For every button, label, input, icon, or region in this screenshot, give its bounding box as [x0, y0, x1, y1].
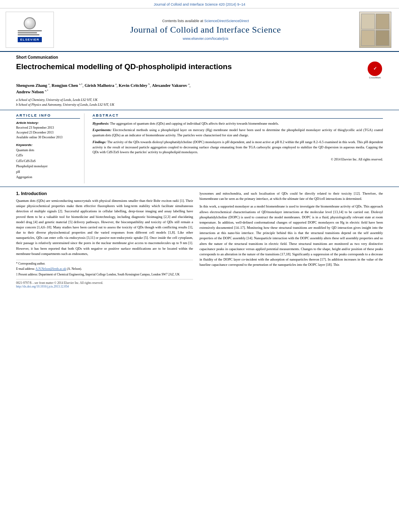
abstract-hypothesis: Hypothesis: The aggregation of quantum d…: [93, 121, 383, 126]
bottom-bar: 0021-9797/$ – see front matter © 2014 El…: [16, 279, 193, 290]
email-link[interactable]: A.N.Nelson@leeds.ac.uk: [35, 267, 66, 271]
abstract-experiments: Experiments: Electrochemical methods usi…: [93, 127, 383, 138]
history-label: Article history:: [16, 121, 80, 125]
bottom-copyright: 0021-9797/$ – see front matter © 2014 El…: [16, 281, 193, 285]
journal-citation: Journal of Colloid and Interface Science…: [0, 0, 399, 8]
journal-url[interactable]: www.elsevier.com/locate/jcis: [183, 37, 228, 41]
accepted-date: Accepted 23 December 2013: [16, 130, 80, 135]
author-nelson: Andrew Nelson: [16, 90, 44, 94]
experiments-text: Electrochemical methods using a phosphol…: [93, 128, 383, 137]
left-column: 1. Introduction Quantum dots (QDs) are s…: [16, 191, 193, 290]
affiliation-b: b School of Physics and Astronomy, Unive…: [16, 103, 383, 107]
history-section: Article history: Received 23 September 2…: [16, 121, 80, 140]
keyword-6: Aggregation: [16, 175, 80, 180]
sciencedirect-label[interactable]: ScienceDirect: [204, 19, 227, 23]
intro-p1: Quantum dots (QDs) are semiconducting na…: [16, 198, 193, 257]
findings-text: The activity of the QDs towards dioleoyl…: [93, 140, 383, 154]
keyword-3: CdTe/CdS/ZnS: [16, 158, 80, 164]
journal-cover: [357, 12, 393, 48]
journal-title-block: Contents lists available at ScienceDirec…: [58, 12, 353, 48]
keywords-section: Keywords: Quantum dots CdTe CdTe/CdS/ZnS…: [16, 143, 80, 181]
corresponding-label: * Corresponding author.: [16, 262, 45, 265]
footnote-1: 1 Present address: Department of Chemica…: [16, 273, 193, 277]
authors-section: Shengwen Zhang a, Rongjun Chen a,1, Giri…: [0, 80, 399, 97]
article-type: Short Communication: [0, 52, 399, 60]
received-date: Received 23 September 2013: [16, 125, 80, 130]
right-p1: lysosomes and mitochondria, and such loc…: [200, 191, 383, 201]
crossmark-badge[interactable]: ✓ CrossMark: [367, 62, 383, 78]
elsevier-label: ELSEVIER: [18, 37, 42, 42]
contents-text: Contents lists available at: [162, 19, 203, 23]
article-title: Electrochemical modelling of QD-phosphol…: [16, 62, 363, 72]
keywords-label: Keywords:: [16, 143, 80, 147]
main-content: 1. Introduction Quantum dots (QDs) are s…: [0, 187, 399, 294]
cover-image: [359, 12, 391, 48]
intro-heading: 1. Introduction: [16, 191, 193, 196]
abstract-text: Hypothesis: The aggregation of quantum d…: [93, 121, 383, 162]
keyword-1: Quantum dots: [16, 148, 80, 153]
right-column: lysosomes and mitochondria, and such loc…: [200, 191, 383, 290]
doi-link[interactable]: http://dx.doi.org/10.1016/j.jcis.2013.12…: [16, 285, 69, 288]
right-p2: In this work, a supported monolayer as a…: [200, 204, 383, 267]
author-chen: Rongjun Chen: [51, 83, 78, 88]
footnote-section: * Corresponding author. E-mail address: …: [16, 260, 193, 277]
email-label: E-mail address:: [16, 267, 35, 271]
abstract-findings: Findings: The activity of the QDs toward…: [93, 140, 383, 155]
journal-title: Journal of Colloid and Interface Science: [130, 25, 281, 35]
logo-circle: [24, 17, 36, 29]
hypothesis-label: Hypothesis:: [93, 121, 109, 125]
corresponding-author-note: * Corresponding author.: [16, 262, 193, 266]
logo-lines: [18, 30, 42, 35]
journal-header: ELSEVIER Contents lists available at Sci…: [0, 8, 399, 52]
experiments-label: Experiments:: [93, 128, 111, 132]
elsevier-logo: ELSEVIER: [6, 12, 54, 48]
affiliation-a: a School of Chemistry, University of Lee…: [16, 98, 383, 103]
affiliations: a School of Chemistry, University of Lee…: [0, 97, 399, 110]
article-info-column: ARTICLE INFO Article history: Received 2…: [16, 113, 84, 184]
sciencedirect-anchor[interactable]: ScienceDirect: [226, 19, 249, 23]
email-name: (A. Nelson).: [67, 267, 82, 271]
hypothesis-text: The aggregation of quantum dots (QDs) an…: [110, 121, 279, 125]
intro-paragraph-1: Quantum dots (QDs) are semiconducting na…: [16, 198, 193, 257]
author-critchley: Kevin Critchley: [119, 83, 147, 88]
crossmark-label: CrossMark: [369, 76, 380, 79]
keywords-list: Quantum dots CdTe CdTe/CdS/ZnS Phospholi…: [16, 148, 80, 181]
abstract-heading: ABSTRACT: [93, 113, 383, 119]
available-date: Available online 30 December 2013: [16, 135, 80, 140]
author-zhang: Shengwen Zhang: [16, 83, 47, 88]
abstract-copyright: © 2014 Elsevier Inc. All rights reserved…: [93, 157, 383, 162]
info-abstract-section: ARTICLE INFO Article history: Received 2…: [0, 110, 399, 187]
email-note: E-mail address: A.N.Nelson@leeds.ac.uk (…: [16, 267, 193, 271]
right-text: lysosomes and mitochondria, and such loc…: [200, 191, 383, 267]
keyword-4: Phospholipid monolayer: [16, 164, 80, 169]
keyword-2: CdTe: [16, 153, 80, 158]
article-info-heading: ARTICLE INFO: [16, 113, 80, 119]
crossmark-icon: ✓: [368, 62, 382, 76]
findings-label: Findings:: [93, 140, 107, 144]
citation-text: Journal of Colloid and Interface Science…: [154, 2, 245, 6]
cover-grid: [360, 12, 391, 47]
author-malhotra: Girish Malhotra: [84, 83, 114, 88]
abstract-column: ABSTRACT Hypothesis: The aggregation of …: [93, 113, 383, 184]
keyword-5: pH: [16, 169, 80, 175]
sciencedirect-link: Contents lists available at ScienceDirec…: [162, 19, 249, 23]
article-title-section: Electrochemical modelling of QD-phosphol…: [0, 60, 399, 80]
author-vakurov: Alexander Vakurov: [152, 83, 187, 88]
